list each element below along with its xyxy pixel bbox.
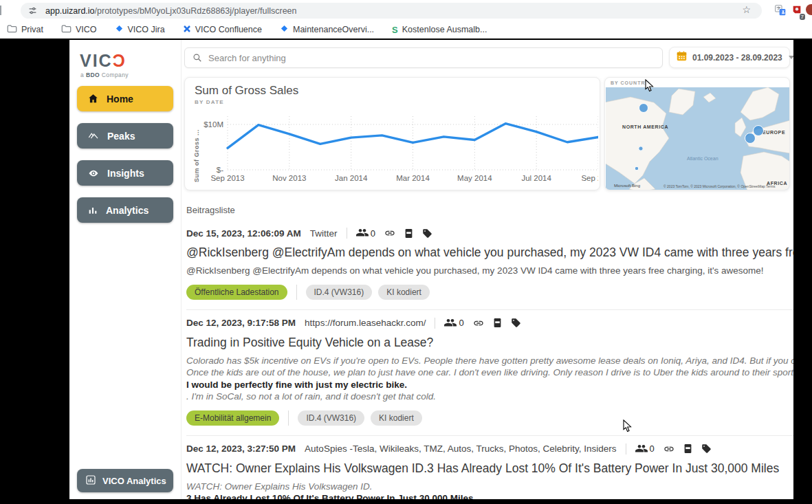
country-map-card: BY COUNTRY NORTH AMERICA bbox=[604, 77, 790, 190]
diamond-blue-icon bbox=[115, 24, 124, 35]
diamond-blue-icon bbox=[280, 24, 289, 35]
map-bubble[interactable] bbox=[745, 133, 756, 144]
bookmark-item[interactable]: SKostenlose Ausmalb... bbox=[392, 25, 487, 35]
url-text[interactable]: app.uizard.io/prototypes/bM0yoLjx03uRdz6… bbox=[45, 6, 297, 16]
map-bubble[interactable] bbox=[639, 104, 648, 113]
post-source[interactable]: Twitter bbox=[310, 228, 338, 239]
site-settings-icon[interactable] bbox=[28, 6, 37, 15]
source-icon[interactable] bbox=[404, 228, 413, 239]
map-bubble[interactable] bbox=[639, 146, 643, 151]
post-tags: E-Mobilität allgemeinID.4 (VW316)KI kodi… bbox=[186, 410, 793, 426]
profile-avatar[interactable] bbox=[806, 4, 812, 15]
post-date: Dec 15, 2023, 12:06:09 AM bbox=[186, 228, 301, 239]
audience-indicator[interactable]: 0 bbox=[635, 443, 655, 454]
map-label-atlantic-ocean: Atlantic Ocean bbox=[687, 156, 718, 161]
post-source[interactable]: AutoSpies -Tesla, Wikileaks, TMZ, Autos,… bbox=[305, 443, 616, 454]
meta-tag[interactable]: ID.4 (VW316) bbox=[298, 410, 364, 426]
map-bubble[interactable] bbox=[754, 126, 764, 136]
vico-logo: VICƆ bbox=[80, 51, 127, 71]
date-range-picker[interactable]: 01.09.2023 - 28.09.2023 bbox=[669, 47, 790, 68]
gross-sales-chart-card: Sum of Gross Sales BY DATE Sum of Gross … bbox=[184, 77, 600, 190]
vico-analytics-button[interactable]: VICO Analytics bbox=[77, 469, 173, 492]
meta-tag[interactable]: ID.4 (VW316) bbox=[306, 285, 373, 300]
mouse-cursor bbox=[623, 419, 632, 432]
bookmark-item[interactable]: VICO bbox=[61, 24, 97, 35]
tag-icon[interactable] bbox=[511, 318, 521, 328]
bookmark-label: Privat bbox=[21, 25, 43, 34]
world-map[interactable]: NORTH AMERICA EUROPE AFRICA Atlantic Oce… bbox=[606, 87, 790, 190]
address-bar[interactable]: app.uizard.io/prototypes/bM0yoLjx03uRdz6… bbox=[21, 3, 762, 19]
post-body-line: @RickIsenberg @ElectrifyAm depends on wh… bbox=[186, 265, 793, 277]
s-green-icon: S bbox=[392, 25, 398, 35]
bookmark-label: VICO Jira bbox=[128, 25, 165, 34]
bookmark-label: VICO Confluence bbox=[195, 25, 262, 34]
meta-tag[interactable]: KI kodiert bbox=[371, 410, 422, 426]
extension-badge: 7 bbox=[800, 14, 805, 20]
search-input[interactable] bbox=[208, 53, 662, 63]
line-chart: $10M$- Sep 2013Nov 2013Jan 2014Mar 2014M… bbox=[199, 107, 598, 189]
extension-icon[interactable]: 7 bbox=[791, 4, 802, 18]
source-icon[interactable] bbox=[493, 318, 502, 328]
chart-subtitle: BY DATE bbox=[195, 99, 224, 105]
post-actions: 0 bbox=[635, 443, 712, 454]
chart-title: Sum of Gross Sales bbox=[195, 84, 298, 98]
audience-indicator[interactable]: 0 bbox=[356, 228, 375, 239]
divider bbox=[435, 318, 435, 329]
bookmark-item[interactable]: VICO Jira bbox=[115, 24, 165, 35]
post-item: Dec 12, 2023, 3:27:50 PMAutoSpies -Tesla… bbox=[186, 435, 793, 500]
bookmark-star-icon[interactable]: ☆ bbox=[742, 4, 751, 15]
app-canvas: VICƆ a BDO Company HomePeaksInsightsAnal… bbox=[69, 40, 793, 499]
map-bubble[interactable] bbox=[635, 166, 639, 171]
search-bar[interactable] bbox=[184, 47, 663, 68]
post-list: Dec 15, 2023, 12:06:09 AMTwitter0@RickIs… bbox=[186, 220, 793, 499]
sidebar-item-insights[interactable]: Insights bbox=[77, 160, 173, 186]
bookmark-item[interactable]: VICO Confluence bbox=[183, 25, 262, 35]
topic-tag[interactable]: Öffentliche Ladestation bbox=[186, 285, 287, 300]
chart-x-tick: Jan 2014 bbox=[335, 174, 368, 182]
topic-tag[interactable]: E-Mobilität allgemein bbox=[186, 410, 279, 426]
tag-icon[interactable] bbox=[701, 443, 712, 454]
audience-count: 0 bbox=[371, 228, 375, 239]
meta-tag[interactable]: KI kodiert bbox=[378, 285, 430, 300]
chart-x-tick: Mar 2014 bbox=[396, 174, 430, 182]
fullscreen-stage: VICƆ a BDO Company HomePeaksInsightsAnal… bbox=[0, 39, 812, 504]
link-icon[interactable] bbox=[384, 228, 395, 239]
post-title[interactable]: WATCH: Owner Explains His Volkswagen ID.… bbox=[186, 461, 793, 476]
folder-icon bbox=[7, 24, 17, 35]
map-label-europe: EUROPE bbox=[762, 130, 785, 135]
source-icon[interactable] bbox=[683, 443, 692, 454]
logo-main: VIC bbox=[80, 51, 113, 70]
post-date: Dec 12, 2023, 9:17:58 PM bbox=[186, 318, 296, 328]
post-item: Dec 15, 2023, 12:06:09 AMTwitter0@RickIs… bbox=[186, 220, 793, 309]
bookmark-item[interactable]: MaintenanceOvervi... bbox=[280, 24, 374, 35]
feed-title: Beitragsliste bbox=[186, 205, 235, 215]
tag-icon[interactable] bbox=[422, 228, 432, 239]
post-title[interactable]: @RickIsenberg @ElectrifyAm depends on wh… bbox=[186, 245, 793, 260]
link-icon[interactable] bbox=[663, 443, 674, 454]
post-source[interactable]: https://forum.leasehackr.com/ bbox=[305, 318, 426, 328]
sidebar-item-home[interactable]: Home bbox=[77, 86, 173, 111]
post-item: Dec 12, 2023, 9:17:58 PMhttps://forum.le… bbox=[186, 309, 793, 435]
calendar-icon bbox=[676, 50, 688, 65]
divider bbox=[626, 443, 626, 454]
post-title[interactable]: Trading in Positive Equity Vehicle on a … bbox=[186, 336, 793, 350]
divider bbox=[296, 285, 297, 300]
divider bbox=[347, 228, 347, 239]
audience-indicator[interactable]: 0 bbox=[444, 318, 463, 328]
sidebar-item-analytics[interactable]: Analytics bbox=[77, 197, 173, 223]
browser-toolbar: app.uizard.io/prototypes/bM0yoLjx03uRdz6… bbox=[0, 0, 812, 21]
bookmark-item[interactable]: Privat bbox=[7, 24, 43, 35]
chart-x-tick: Sep 2013 bbox=[210, 174, 244, 182]
sidebar-item-peaks[interactable]: Peaks bbox=[77, 123, 173, 149]
map-title: BY COUNTRY bbox=[611, 80, 649, 85]
chart-x-tick: May 2014 bbox=[457, 174, 492, 182]
chart-y-tick: $- bbox=[217, 166, 223, 174]
post-date: Dec 12, 2023, 3:27:50 PM bbox=[186, 443, 296, 454]
translate-icon[interactable] bbox=[775, 5, 786, 19]
link-icon[interactable] bbox=[473, 318, 484, 329]
post-tags: Öffentliche LadestationID.4 (VW316)KI ko… bbox=[186, 285, 793, 300]
audience-icon bbox=[635, 444, 648, 454]
audience-icon bbox=[356, 228, 369, 238]
sidebar-item-label: Peaks bbox=[107, 131, 135, 142]
map-label-north-america: NORTH AMERICA bbox=[622, 124, 668, 129]
